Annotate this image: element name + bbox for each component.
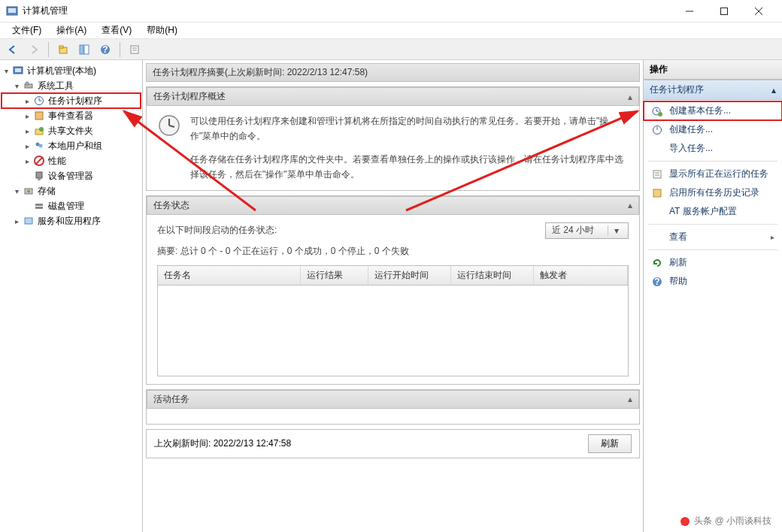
clock-icon — [651, 124, 663, 136]
toolbar-separator — [120, 42, 120, 57]
tree-pane: ▾计算机管理(本地) ▾系统工具 ▸任务计划程序 ▸事件查看器 ▸共享文件夹 ▸… — [0, 60, 143, 532]
overview-text-1: 可以使用任务计划程序来创建和管理计算机将在所指定的时间自动执行的常见任务。若要开… — [190, 113, 629, 144]
menu-view[interactable]: 查看(V) — [94, 23, 139, 38]
app-icon — [6, 5, 18, 17]
time-range-combo[interactable]: 近 24 小时▾ — [545, 222, 629, 239]
chevron-right-icon: ▸ — [771, 233, 774, 241]
summary-header: 任务计划程序摘要(上次刷新时间: 2022/2/13 12:47:58) — [146, 63, 640, 82]
status-panel: 任务状态▴ 在以下时间段启动的任务状态: 近 24 小时▾ 摘要: 总计 0 个… — [146, 195, 640, 385]
separator — [648, 161, 777, 162]
status-header: 任务状态▴ — [147, 196, 639, 215]
svg-rect-45 — [653, 171, 661, 178]
back-button[interactable] — [5, 41, 21, 58]
action-create-task[interactable]: 创建任务... — [644, 120, 782, 139]
action-view[interactable]: 查看▸ — [644, 228, 782, 246]
up-button[interactable] — [55, 41, 71, 58]
collapse-icon[interactable]: ▴ — [628, 92, 632, 102]
svg-text:?: ? — [102, 44, 108, 55]
svg-point-18 — [26, 82, 29, 85]
action-help[interactable]: ?帮助 — [644, 272, 782, 291]
tree-storage[interactable]: ▾存储 — [2, 183, 141, 198]
svg-rect-22 — [35, 112, 43, 119]
actions-pane: 操作 任务计划程序▴ 创建基本任务... 创建任务... 导入任务... 显示所… — [643, 60, 782, 532]
svg-text:?: ? — [654, 277, 659, 287]
col-name[interactable]: 任务名 — [158, 266, 301, 285]
status-line1: 在以下时间段启动的任务状态: — [157, 224, 277, 237]
svg-rect-33 — [35, 204, 43, 206]
tree-disk-management[interactable]: 磁盘管理 — [2, 198, 141, 213]
menu-action[interactable]: 操作(A) — [49, 23, 94, 38]
overview-panel: 任务计划程序概述▴ 可以使用任务计划程序来创建和管理计算机将在所指定的时间自动执… — [146, 86, 640, 191]
chevron-down-icon: ▾ — [608, 225, 628, 236]
svg-rect-12 — [131, 46, 138, 53]
properties-button[interactable] — [126, 41, 143, 58]
toolbar-separator — [48, 42, 49, 57]
menu-help[interactable]: 帮助(H) — [139, 23, 185, 38]
tree-system-tools[interactable]: ▾系统工具 — [2, 78, 141, 93]
tree-event-viewer[interactable]: ▸事件查看器 — [2, 108, 141, 123]
tree-device-manager[interactable]: 设备管理器 — [2, 168, 141, 183]
clock-plus-icon — [651, 105, 663, 117]
svg-point-26 — [39, 144, 43, 148]
svg-rect-3 — [721, 8, 728, 14]
svg-rect-7 — [59, 46, 63, 48]
tree-local-users[interactable]: ▸本地用户和组 — [2, 138, 141, 153]
menubar: 文件(F) 操作(A) 查看(V) 帮助(H) — [0, 23, 782, 39]
svg-rect-16 — [15, 68, 21, 72]
col-result[interactable]: 运行结果 — [301, 266, 368, 285]
clock-icon — [157, 113, 181, 142]
action-at-service[interactable]: AT 服务帐户配置 — [644, 202, 782, 221]
main-area: ▾计算机管理(本地) ▾系统工具 ▸任务计划程序 ▸事件查看器 ▸共享文件夹 ▸… — [0, 60, 782, 532]
tree-shared-folders[interactable]: ▸共享文件夹 — [2, 123, 141, 138]
refresh-icon — [651, 257, 663, 269]
menu-file[interactable]: 文件(F) — [5, 23, 49, 38]
action-refresh[interactable]: 刷新 — [644, 253, 782, 272]
titlebar: 计算机管理 — [0, 0, 782, 23]
action-create-basic-task[interactable]: 创建基本任务... — [644, 101, 782, 120]
collapse-icon[interactable]: ▴ — [628, 394, 632, 404]
separator — [648, 249, 777, 250]
col-start[interactable]: 运行开始时间 — [368, 266, 451, 285]
minimize-button[interactable] — [672, 0, 707, 23]
center-pane: 任务计划程序摘要(上次刷新时间: 2022/2/13 12:47:58) 任务计… — [143, 60, 643, 532]
tree-root[interactable]: ▾计算机管理(本地) — [2, 63, 141, 78]
tree-performance[interactable]: ▸性能 — [2, 153, 141, 168]
tree-task-scheduler[interactable]: ▸任务计划程序 — [2, 93, 141, 108]
import-icon — [651, 143, 663, 155]
svg-rect-8 — [80, 45, 83, 54]
action-show-running[interactable]: 显示所有正在运行的任务 — [644, 165, 782, 183]
maximize-button[interactable] — [707, 0, 741, 23]
svg-rect-29 — [36, 172, 42, 178]
toolbar: ? — [0, 39, 782, 60]
nav-tree[interactable]: ▾计算机管理(本地) ▾系统工具 ▸任务计划程序 ▸事件查看器 ▸共享文件夹 ▸… — [2, 63, 141, 228]
col-end[interactable]: 运行结束时间 — [451, 266, 534, 285]
watermark: 头条 @ 小雨谈科技 — [680, 515, 771, 527]
collapse-icon[interactable]: ▴ — [628, 200, 632, 210]
window-title: 计算机管理 — [23, 5, 672, 17]
active-tasks-panel: 活动任务▴ — [146, 389, 640, 425]
action-enable-history[interactable]: 启用所有任务历史记录 — [644, 183, 782, 202]
tree-services-apps[interactable]: ▸服务和应用程序 — [2, 213, 141, 228]
actions-pane-title: 操作 — [644, 60, 782, 80]
svg-rect-30 — [38, 178, 41, 180]
overview-header: 任务计划程序概述▴ — [147, 87, 639, 106]
action-import-task[interactable]: 导入任务... — [644, 139, 782, 158]
svg-point-24 — [39, 127, 44, 131]
status-summary: 摘要: 总计 0 个 - 0 个正在运行，0 个成功，0 个停止，0 个失败 — [157, 245, 629, 258]
list-icon — [651, 168, 663, 180]
actions-group-header: 任务计划程序▴ — [644, 80, 782, 100]
col-trigger[interactable]: 触发者 — [534, 266, 628, 285]
help-button[interactable]: ? — [97, 41, 114, 58]
close-button[interactable] — [741, 0, 776, 23]
collapse-icon[interactable]: ▴ — [771, 85, 776, 95]
svg-line-28 — [35, 157, 43, 165]
forward-button[interactable] — [26, 41, 42, 58]
svg-point-42 — [658, 112, 662, 116]
svg-rect-34 — [35, 207, 43, 209]
show-hide-tree-button[interactable] — [76, 41, 92, 58]
svg-rect-1 — [8, 8, 16, 13]
active-tasks-header: 活动任务▴ — [147, 390, 639, 409]
svg-point-32 — [27, 190, 30, 193]
last-refresh-label: 上次刷新时间: 2022/2/13 12:47:58 — [154, 437, 291, 450]
refresh-button[interactable]: 刷新 — [588, 434, 632, 453]
